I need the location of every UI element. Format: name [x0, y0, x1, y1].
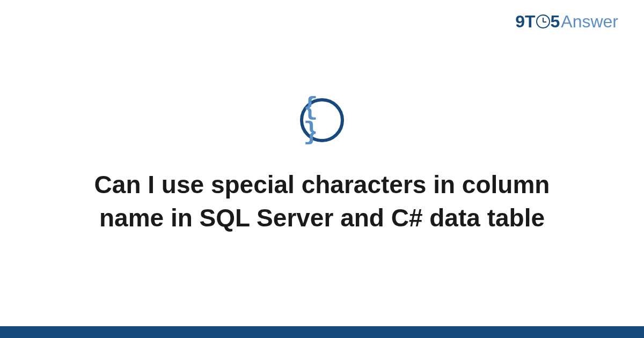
footer-accent-bar	[0, 326, 644, 338]
main-content: { } Can I use special characters in colu…	[0, 0, 644, 338]
braces-glyph: { }	[303, 95, 341, 145]
code-braces-icon: { }	[300, 98, 344, 142]
question-title: Can I use special characters in column n…	[80, 168, 564, 234]
